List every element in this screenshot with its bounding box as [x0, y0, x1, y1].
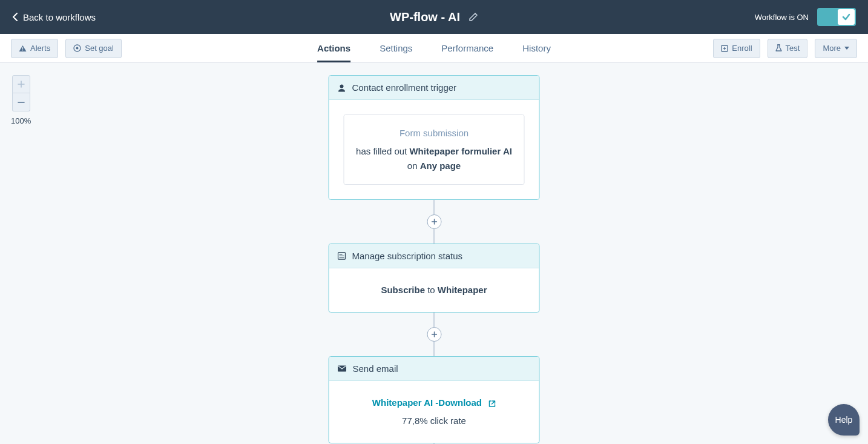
node-title: Send email	[353, 363, 398, 374]
node-body: Form submission has filled out Whitepape…	[329, 100, 539, 199]
toolbar-left: Alerts Set goal	[11, 39, 122, 58]
help-button[interactable]: Help	[828, 404, 860, 436]
help-label: Help	[835, 415, 853, 425]
node-header: Contact enrollment trigger	[329, 76, 539, 100]
email-link-row: Whitepaper AI -Download	[344, 396, 525, 410]
back-to-workflows-link[interactable]: Back to workflows	[12, 12, 96, 22]
add-action-button[interactable]	[427, 214, 441, 229]
toolbar: Alerts Set goal Actions Settings Perform…	[0, 34, 868, 63]
caret-down-icon	[844, 47, 849, 50]
node-body: Subscribe to Whitepaper	[329, 268, 539, 312]
zoom-controls: 100%	[11, 75, 31, 125]
node-header: Manage subscription status	[329, 244, 539, 268]
toggle-knob	[838, 9, 855, 25]
test-label: Test	[786, 44, 800, 53]
check-icon	[842, 13, 850, 21]
more-button[interactable]: More	[815, 39, 857, 58]
alerts-label: Alerts	[30, 44, 50, 53]
back-label: Back to workflows	[23, 12, 96, 22]
more-label: More	[823, 44, 841, 53]
title-container: WP-flow - AI	[390, 10, 478, 24]
tab-actions[interactable]: Actions	[317, 34, 350, 62]
email-name-link[interactable]: Whitepaper AI -Download	[372, 397, 482, 408]
node-body: Whitepaper AI -Download 77,8% click rate	[329, 381, 539, 443]
minus-icon	[18, 99, 25, 106]
enroll-button[interactable]: Enroll	[713, 39, 760, 58]
node-title: Contact enrollment trigger	[352, 82, 457, 93]
warning-icon	[19, 45, 27, 52]
tab-history[interactable]: History	[522, 34, 551, 62]
tab-settings[interactable]: Settings	[380, 34, 412, 62]
pencil-icon[interactable]	[469, 12, 478, 22]
plus-icon	[18, 81, 25, 88]
header-right: Workflow is ON	[755, 8, 856, 26]
trigger-description: has filled out Whitepaper formulier AI o…	[353, 144, 516, 173]
zoom-out-button[interactable]	[12, 93, 30, 111]
enroll-icon	[721, 45, 728, 52]
newspaper-icon	[338, 252, 346, 260]
enroll-label: Enroll	[732, 44, 752, 53]
flask-icon	[775, 44, 782, 52]
node-header: Send email	[329, 357, 539, 381]
set-goal-label: Set goal	[85, 44, 114, 53]
trigger-subtitle: Form submission	[353, 126, 516, 141]
workflow-title: WP-flow - AI	[390, 10, 460, 24]
toolbar-right: Enroll Test More	[713, 39, 857, 58]
svg-point-3	[76, 47, 79, 50]
enrollment-trigger-node[interactable]: Contact enrollment trigger Form submissi…	[329, 75, 540, 200]
plus-icon	[431, 219, 437, 225]
trigger-condition-card[interactable]: Form submission has filled out Whitepape…	[344, 114, 525, 185]
tabs: Actions Settings Performance History	[317, 34, 551, 62]
app-header: Back to workflows WP-flow - AI Workflow …	[0, 0, 868, 34]
svg-rect-0	[22, 47, 23, 50]
envelope-icon	[338, 365, 347, 372]
workflow-toggle[interactable]	[817, 8, 856, 26]
zoom-level: 100%	[11, 116, 31, 125]
svg-point-5	[340, 84, 344, 88]
add-action-button[interactable]	[427, 327, 441, 342]
contact-icon	[338, 84, 346, 92]
zoom-in-button[interactable]	[12, 75, 30, 93]
plus-icon	[431, 331, 437, 337]
node-title: Manage subscription status	[352, 251, 463, 261]
manage-subscription-node[interactable]: Manage subscription status Subscribe to …	[329, 244, 540, 313]
external-link-icon[interactable]	[488, 400, 496, 408]
target-icon	[73, 44, 81, 52]
tab-performance[interactable]: Performance	[441, 34, 493, 62]
alerts-button[interactable]: Alerts	[11, 39, 58, 58]
workflow-status-label: Workflow is ON	[755, 13, 809, 22]
chevron-left-icon	[12, 13, 18, 21]
svg-rect-1	[22, 50, 23, 50]
set-goal-button[interactable]: Set goal	[65, 39, 122, 58]
test-button[interactable]: Test	[768, 39, 808, 58]
workflow-canvas[interactable]: 100% Contact enrollment trigger Form sub…	[0, 63, 868, 444]
flow-column: Contact enrollment trigger Form submissi…	[329, 75, 540, 444]
click-rate: 77,8% click rate	[344, 414, 525, 428]
send-email-node[interactable]: Send email Whitepaper AI -Download 77,8%…	[329, 356, 540, 443]
